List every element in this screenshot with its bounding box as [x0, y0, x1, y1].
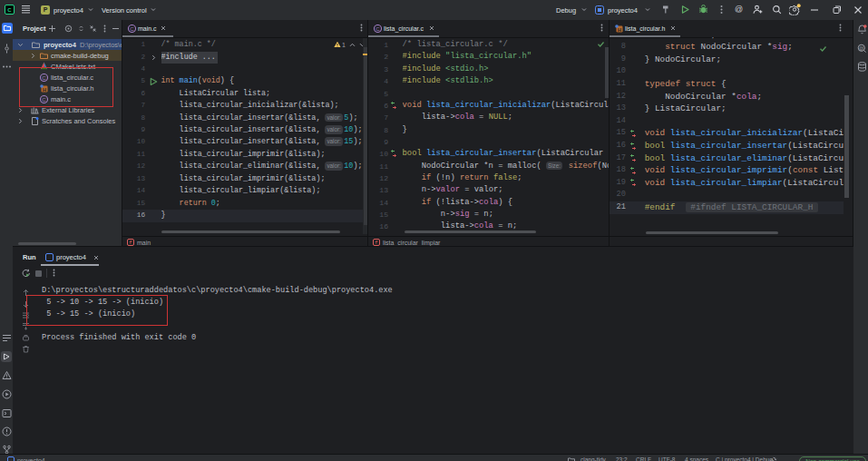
svg-text:H: H [618, 27, 621, 33]
svg-text:@: @ [859, 45, 864, 51]
svg-text:f: f [375, 240, 377, 246]
svg-text:f: f [129, 240, 132, 246]
svg-text:C: C [375, 26, 380, 32]
svg-text:C: C [7, 7, 12, 13]
svg-text:C: C [130, 26, 134, 32]
